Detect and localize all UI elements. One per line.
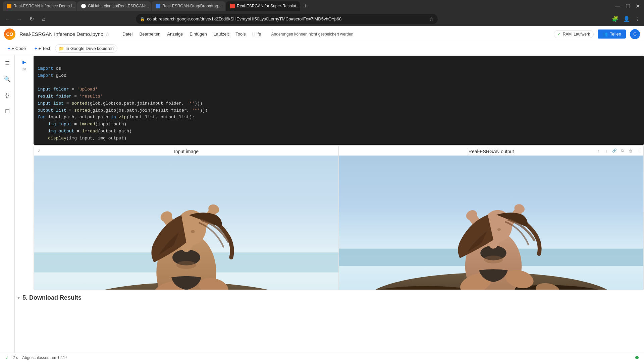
output-up-button[interactable]: ↑: [595, 147, 602, 155]
output-link-button[interactable]: 🔗: [611, 147, 618, 155]
code-cell-wrapper: ▶ 2a import os import glob input_folder …: [15, 56, 644, 290]
output-copy-button[interactable]: ⧉: [619, 147, 626, 155]
tab-title-github: GitHub - xinntao/Real-ESRGAN:...: [88, 4, 149, 8]
colab-menu: Datei Bearbeiten Anzeige Einfügen Laufze…: [119, 29, 264, 39]
image-output-row: Input image: [34, 146, 644, 290]
colab-toolbar: + + Code + + Text 📁 In Google Drive kopi…: [0, 42, 644, 55]
drive-icon: 📁: [59, 46, 64, 51]
address-bar: ← → ↻ ⌂ 🔒 colab.research.google.com/driv…: [0, 12, 644, 26]
status-completed: Abgeschlossen um 12:17: [22, 355, 67, 360]
check-icon: ✓: [557, 32, 561, 37]
notebook-title-area: Real-ESRGAN Inference Demo.ipynb ☆: [19, 31, 110, 37]
output-image-svg: [339, 156, 643, 290]
output-more-button[interactable]: ⋮: [635, 147, 642, 155]
sidebar-files-icon[interactable]: ☐: [2, 106, 13, 117]
menu-bearbeiten[interactable]: Bearbeiten: [136, 29, 164, 39]
tab-colab1[interactable]: Real-ESRGAN Inference Demo.i... ✕: [3, 1, 76, 11]
new-tab-button[interactable]: +: [301, 1, 310, 11]
address-input[interactable]: 🔒 colab.research.google.com/drive/1k2Zod…: [136, 14, 438, 24]
ram-status: ✓ RAM Laufwerk: [554, 30, 594, 38]
section-toggle[interactable]: ▾: [17, 295, 20, 300]
unsaved-note: Änderungen können nicht gespeichert werd…: [271, 32, 354, 37]
svg-point-15: [191, 230, 195, 233]
colab-menu-right: ✓ RAM Laufwerk 👥 Teilen G: [554, 29, 640, 39]
code-editor[interactable]: import os import glob input_folder = 'up…: [34, 56, 644, 145]
tab-favicon-sr: [230, 4, 235, 8]
section-5-header: ▾ 5. Download Results: [17, 292, 641, 304]
svg-point-16: [176, 261, 196, 269]
output-toolbar: ↑ ↓ 🔗 ⧉ 🗑 ⋮: [595, 147, 642, 155]
sidebar-menu-icon[interactable]: ☰: [2, 58, 13, 68]
minimize-icon[interactable]: —: [613, 2, 622, 10]
menu-laufzeit[interactable]: Laufzeit: [210, 29, 232, 39]
user-avatar[interactable]: G: [630, 29, 640, 39]
home-button[interactable]: ⌂: [39, 14, 48, 24]
output-down-button[interactable]: ↓: [603, 147, 610, 155]
expand-output-button[interactable]: ⤢: [35, 147, 43, 155]
connection-status-dot: [635, 356, 639, 359]
share-label: Teilen: [610, 32, 621, 37]
input-image-section: Input image: [34, 146, 339, 290]
star-icon[interactable]: ☆: [105, 32, 110, 37]
drive-copy-button[interactable]: 📁 In Google Drive kopieren: [55, 44, 117, 53]
run-cell-button[interactable]: ▶: [20, 58, 29, 66]
menu-tools[interactable]: Tools: [232, 29, 249, 39]
tab-favicon-github: [81, 4, 86, 8]
menu-hilfe[interactable]: Hilfe: [249, 29, 265, 39]
share-button[interactable]: 👥 Teilen: [598, 29, 626, 39]
colab-interface: CO Real-ESRGAN Inference Demo.ipynb ☆ Da…: [0, 26, 644, 362]
menu-datei[interactable]: Datei: [119, 29, 136, 39]
drive-label: In Google Drive kopieren: [65, 46, 114, 51]
close-icon[interactable]: ✕: [634, 2, 641, 11]
notebook-title: Real-ESRGAN Inference Demo.ipynb: [19, 31, 103, 37]
output-delete-button[interactable]: 🗑: [627, 147, 634, 155]
tab-title-sr: Real-ESRGAN for Super-Resolut...: [237, 4, 300, 8]
browser-actions: 🧩 👤 ⋮: [610, 14, 641, 23]
lock-icon: 🔒: [140, 17, 145, 21]
tab-bar: Real-ESRGAN Inference Demo.i... ✕ GitHub…: [0, 0, 644, 12]
tab-actions: — ☐ ✕: [613, 2, 644, 11]
menu-icon[interactable]: ⋮: [633, 14, 641, 23]
add-code-button[interactable]: + + Code: [4, 44, 30, 53]
input-image-svg: [34, 156, 338, 290]
back-button[interactable]: ←: [3, 14, 12, 24]
cell-sequence: 2a: [22, 67, 26, 71]
address-text: colab.research.google.com/drive/1k2Zod6k…: [147, 16, 427, 21]
tab-drag[interactable]: Real-ESRGAN-Drag/Drop/drag... ✕: [152, 1, 225, 11]
plus-icon: +: [8, 46, 10, 51]
ram-label: RAM: [563, 32, 572, 37]
maximize-icon[interactable]: ☐: [624, 2, 632, 11]
output-image-canvas: [339, 156, 643, 290]
sidebar-search-icon[interactable]: 🔍: [2, 74, 13, 84]
menu-einfuegen[interactable]: Einfügen: [186, 29, 210, 39]
status-check-icon: ✓: [5, 355, 9, 360]
star-icon[interactable]: ☆: [429, 16, 434, 22]
sidebar-code-icon[interactable]: {}: [2, 90, 13, 101]
plus-icon2: +: [35, 46, 37, 51]
colab-main: ▶ 2a import os import glob input_folder …: [15, 55, 644, 353]
tab-close-drag[interactable]: ✕: [225, 4, 225, 8]
reload-button[interactable]: ↻: [27, 14, 36, 24]
cell-content: import os import glob input_folder = 'up…: [34, 56, 644, 290]
input-image-title: Input image: [174, 146, 199, 156]
cell-left: ▶ 2a: [15, 56, 34, 71]
laufwerk-label: Laufwerk: [574, 32, 590, 37]
tab-sr[interactable]: Real-ESRGAN for Super-Resolut... ✕: [226, 1, 300, 11]
tab-github[interactable]: GitHub - xinntao/Real-ESRGAN:... ✕: [77, 1, 151, 11]
code-label: + Code: [12, 46, 26, 51]
extensions-icon[interactable]: 🧩: [610, 14, 620, 23]
colab-logo: CO: [4, 28, 15, 40]
svg-point-34: [484, 255, 503, 263]
profile-icon[interactable]: 👤: [622, 14, 631, 23]
text-label: + Text: [38, 46, 50, 51]
tab-title-colab1: Real-ESRGAN Inference Demo.i...: [13, 4, 75, 8]
input-image-canvas: [34, 156, 338, 290]
tab-favicon-drag: [156, 4, 160, 8]
status-time: 2 s: [13, 355, 18, 360]
forward-button[interactable]: →: [15, 14, 24, 24]
colab-body: ☰ 🔍 {} ☐ ▶ 2a import os import glob inpu…: [0, 55, 644, 353]
section-5-title: 5. Download Results: [22, 294, 82, 301]
add-text-button[interactable]: + + Text: [31, 44, 54, 53]
menu-anzeige[interactable]: Anzeige: [164, 29, 186, 39]
tab-favicon-colab1: [7, 4, 11, 8]
